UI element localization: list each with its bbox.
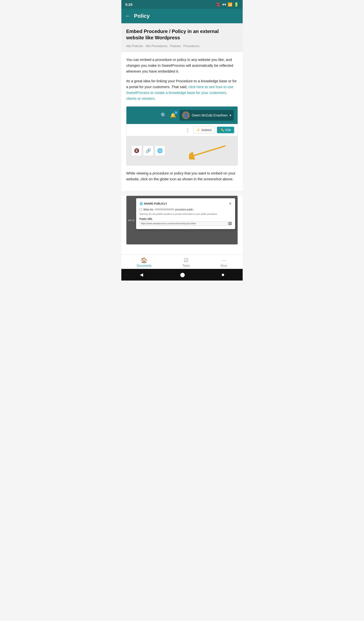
screenshot-header: 🔍 🔔 8 👤 Owen McGab Enaohwo ▾ xyxy=(126,106,238,124)
screenshot-1: 🔍 🔔 8 👤 Owen McGab Enaohwo ▾ ⋮ ⚡ Actions xyxy=(126,106,238,166)
android-nav: ◀ ⬤ ■ xyxy=(121,269,243,280)
arrow-indicator xyxy=(189,141,228,161)
article-title: Embed Procedure / Policy in an external … xyxy=(126,28,238,41)
globe-small-icon: 🌐 xyxy=(139,202,143,205)
screenshot-2: ser p 🌐 xyxy=(126,196,238,245)
status-bar: 5:25 📵 ▾▾ 📶 🔋 xyxy=(121,0,243,9)
modal-title-text: SHARE PUBLICLY xyxy=(144,202,167,205)
checkbox-row: Make the procedure public. xyxy=(139,208,232,211)
tag-policies[interactable]: Policies xyxy=(170,44,181,48)
battery-icon: 🔋 xyxy=(234,2,239,7)
user-menu[interactable]: 👤 Owen McGab Enaohwo ▾ xyxy=(180,110,234,121)
paragraph-3: While viewing a procedure or policy that… xyxy=(126,170,238,182)
edit-label: Edit xyxy=(225,128,231,132)
screenshot-body: 🔇 🔗 🌐 xyxy=(126,136,238,165)
phone-icon: 📵 xyxy=(216,2,221,7)
nav-item-documents[interactable]: 🏠 Documents xyxy=(137,257,152,267)
more-options-icon[interactable]: ⋮ xyxy=(185,127,190,133)
public-checkbox[interactable] xyxy=(139,208,142,211)
tag-kb-policies[interactable]: #kb Policies xyxy=(126,44,143,48)
ss2-background: ser p 🌐 xyxy=(126,196,238,244)
screenshot-toolbar: ⋮ ⚡ Actions ✏️ Edit xyxy=(126,124,238,136)
documents-icon: 🏠 xyxy=(141,257,147,263)
redacted-text xyxy=(155,208,174,210)
url-row: https://www.sweetprocess.com/procedures/… xyxy=(139,221,232,226)
url-clear-button[interactable]: ✕ xyxy=(228,222,232,225)
notification-badge: 8 xyxy=(174,111,178,114)
public-url-label: Public URL xyxy=(139,218,232,220)
bottom-nav: 🏠 Documents ☑ Tasks ··· More xyxy=(121,254,243,269)
content-area: Embed Procedure / Policy in an external … xyxy=(121,23,243,254)
paragraph-1: You can embed a procedure or policy in a… xyxy=(126,57,238,74)
actions-label: Actions xyxy=(201,128,212,132)
search-icon: 🔍 xyxy=(161,112,167,118)
tag-kb-procedures[interactable]: #kb Procedures xyxy=(145,44,167,48)
page-title: Policy xyxy=(134,13,150,19)
lightning-icon: ⚡ xyxy=(196,128,200,132)
checkbox-label-end: procedure public. xyxy=(175,208,194,211)
signal-icon: 📶 xyxy=(228,2,232,7)
android-home-button[interactable]: ⬤ xyxy=(180,272,185,277)
link-icon: 🔗 xyxy=(146,148,151,153)
nav-item-tasks[interactable]: ☑ Tasks xyxy=(182,257,190,267)
tasks-icon: ☑ xyxy=(184,257,189,263)
mute-icon: 🔇 xyxy=(134,148,139,153)
arrow-svg xyxy=(189,141,228,160)
action-icons: 🔇 🔗 🌐 xyxy=(131,145,165,156)
globe-icon: 🌐 xyxy=(157,148,163,153)
warning-text: Warning: Do not publish sensitive or pri… xyxy=(139,213,232,216)
article-tags: #kb Policies #kb Procedures Policies Pro… xyxy=(126,44,238,48)
actions-button[interactable]: ⚡ Actions xyxy=(193,126,215,134)
paragraph-2: Its a great idea for linking your Proced… xyxy=(126,78,238,102)
wifi-icon: ▾▾ xyxy=(222,2,226,7)
public-url-input[interactable]: https://www.sweetprocess.com/procedures/… xyxy=(139,221,227,226)
link-icon-btn[interactable]: 🔗 xyxy=(143,145,154,156)
android-back-button[interactable]: ◀ xyxy=(140,272,143,277)
edit-icon: ✏️ xyxy=(220,128,224,132)
modal-header: 🌐 SHARE PUBLICLY ✕ xyxy=(139,202,232,206)
status-icons: 📵 ▾▾ 📶 🔋 xyxy=(216,2,239,7)
android-recent-button[interactable]: ■ xyxy=(222,272,224,277)
mute-icon-btn[interactable]: 🔇 xyxy=(131,145,142,156)
bell-container: 🔔 8 xyxy=(170,112,176,118)
more-label: More xyxy=(221,264,227,267)
article-body: You can embed a procedure or policy in a… xyxy=(121,52,243,191)
tag-procedures[interactable]: Procedures xyxy=(183,44,199,48)
top-nav: ← Policy xyxy=(121,9,243,23)
globe-icon-btn[interactable]: 🌐 xyxy=(155,145,165,156)
checkbox-label: Make the procedure public. xyxy=(143,208,194,211)
back-button[interactable]: ← xyxy=(125,13,131,19)
share-publicly-modal: 🌐 SHARE PUBLICLY ✕ Make the procedure pu… xyxy=(136,198,235,229)
ss2-sidebar-text: ser p xyxy=(128,219,134,222)
edit-button[interactable]: ✏️ Edit xyxy=(217,127,234,133)
chevron-down-icon: ▾ xyxy=(229,113,231,117)
username: Owen McGab Enaohwo xyxy=(192,113,228,117)
checkbox-label-start: Make the xyxy=(143,208,153,211)
status-time: 5:25 xyxy=(125,2,133,7)
more-icon: ··· xyxy=(222,257,226,263)
tasks-label: Tasks xyxy=(182,264,190,267)
modal-close-button[interactable]: ✕ xyxy=(229,202,232,206)
screenshot-2-container: ser p 🌐 xyxy=(121,196,243,254)
article-header: Embed Procedure / Policy in an external … xyxy=(121,23,243,52)
nav-item-more[interactable]: ··· More xyxy=(221,257,227,267)
documents-label: Documents xyxy=(137,264,152,267)
modal-title: 🌐 SHARE PUBLICLY xyxy=(139,202,167,205)
svg-line-1 xyxy=(194,146,225,155)
avatar: 👤 xyxy=(182,111,190,119)
